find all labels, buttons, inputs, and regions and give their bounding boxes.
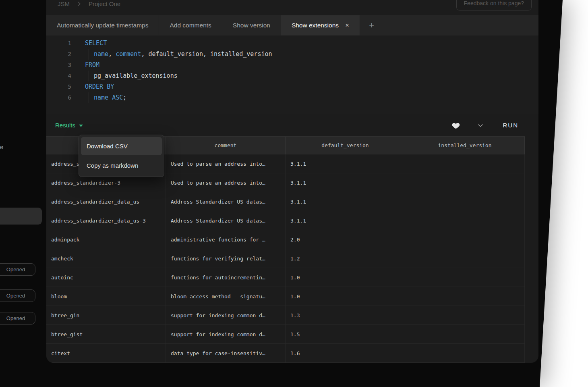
line-number: 4	[46, 71, 75, 81]
table-cell[interactable]	[405, 325, 525, 343]
table-cell[interactable]: 1.3	[286, 306, 405, 325]
sql-editor-lines: 1SELECT2name, comment, default_version, …	[46, 38, 538, 103]
table-cell[interactable]: btree_gist	[46, 325, 166, 343]
menu-item-download-csv[interactable]: Download CSV	[81, 137, 162, 155]
table-cell[interactable]	[405, 306, 525, 325]
tab-automatically-update-timestamps[interactable]: Automatically update timestamps	[46, 15, 159, 35]
menu-item-copy-as-markdown[interactable]: Copy as markdown	[81, 156, 162, 175]
line-number: 1	[46, 38, 75, 49]
breadcrumb-project[interactable]: Project One	[89, 0, 120, 7]
run-button[interactable]: RUN	[501, 121, 521, 129]
table-cell[interactable]: data type for case-insensitiv…	[166, 344, 286, 362]
table-row: autoincfunctions for autoincrementin…1.0	[46, 268, 525, 287]
table-body: address_standardizerUsed to parse an add…	[46, 154, 525, 363]
column-header-comment[interactable]: comment	[166, 137, 286, 154]
stage: e OpenedOpenedOpened JSM Project One Fee…	[0, 0, 588, 387]
table-row: citextdata type for case-insensitiv…1.6	[46, 344, 525, 363]
table-cell[interactable]: address_standardizer_data_us-3	[46, 211, 166, 230]
table-cell[interactable]: support for indexing common d…	[166, 306, 286, 325]
sql-editor[interactable]: 1SELECT2name, comment, default_version, …	[46, 35, 538, 114]
sidebar: e OpenedOpenedOpened	[0, 0, 44, 387]
table-cell[interactable]: address_standardizer_data_us	[46, 192, 166, 211]
table-cell[interactable]: 1.2	[286, 249, 405, 268]
code-line[interactable]: 3FROM	[46, 60, 538, 71]
table-cell[interactable]: 1.0	[286, 287, 405, 306]
table-cell[interactable]: adminpack	[46, 230, 166, 249]
opened-badge[interactable]: Opened	[0, 289, 35, 302]
table-cell[interactable]: Used to parse an address into…	[166, 154, 286, 173]
table-cell[interactable]: Address Standardizer US datas…	[166, 192, 286, 211]
results-dropdown[interactable]: Results	[55, 122, 83, 129]
tab-show-extensions[interactable]: Show extensions✕	[281, 15, 360, 35]
favorite-button[interactable]	[451, 121, 460, 129]
table-cell[interactable]	[405, 230, 525, 249]
table-row: address_standardizer_data_us-3Address St…	[46, 211, 525, 230]
table-cell[interactable]	[405, 154, 525, 173]
code-line[interactable]: 4pg_available_extensions	[46, 71, 538, 81]
code-line[interactable]: 2name, comment, default_version, install…	[46, 49, 538, 60]
tab-show-version[interactable]: Show version	[222, 15, 281, 35]
table-cell[interactable]	[405, 173, 525, 192]
table-row: amcheckfunctions for verifying relat…1.2	[46, 249, 525, 268]
table-cell[interactable]: 1.5	[286, 325, 405, 343]
line-number: 2	[46, 49, 75, 60]
table-cell[interactable]	[405, 268, 525, 287]
tab-label: Automatically update timestamps	[57, 22, 148, 29]
tab-list: Automatically update timestampsAdd comme…	[46, 15, 360, 35]
table-cell[interactable]: 1.6	[286, 344, 405, 362]
table-cell[interactable]: citext	[46, 344, 166, 362]
plus-icon: +	[369, 20, 374, 31]
breadcrumb-org[interactable]: JSM	[58, 0, 70, 7]
caret-down-icon	[79, 125, 83, 127]
table-cell[interactable]: Used to parse an address into…	[166, 173, 286, 192]
results-bar-actions: RUN	[451, 121, 521, 129]
new-tab-button[interactable]: +	[360, 15, 383, 35]
line-number: 3	[46, 60, 75, 71]
table-cell[interactable]: 1.0	[286, 268, 405, 287]
code-text: ORDER BY	[85, 81, 114, 92]
table-cell[interactable]	[405, 211, 525, 230]
table-cell[interactable]: support for indexing common d…	[166, 325, 286, 343]
close-tab-icon[interactable]: ✕	[345, 23, 349, 28]
table-row: bloombloom access method - signatu…1.0	[46, 287, 525, 306]
table-cell[interactable]: amcheck	[46, 249, 166, 268]
table-cell[interactable]	[405, 287, 525, 306]
code-text: SELECT	[85, 38, 107, 49]
opened-badge[interactable]: Opened	[0, 312, 35, 325]
table-row: btree_gistsupport for indexing common d……	[46, 325, 525, 344]
line-number: 5	[46, 81, 75, 92]
table-cell[interactable]	[405, 249, 525, 268]
collapse-results-button[interactable]	[477, 122, 484, 129]
window-header: JSM Project One Feedback on this page?	[46, 0, 538, 15]
table-cell[interactable]: autoinc	[46, 268, 166, 287]
table-cell[interactable]: bloom	[46, 287, 166, 306]
results-context-menu: Download CSVCopy as markdown	[79, 135, 164, 177]
column-header-default-version[interactable]: default_version	[286, 137, 405, 154]
table-cell[interactable]: functions for verifying relat…	[166, 249, 286, 268]
table-cell[interactable]: 3.1.1	[286, 192, 405, 211]
table-cell[interactable]	[405, 192, 525, 211]
table-cell[interactable]	[405, 344, 525, 362]
table-row: adminpackadministrative functions for …2…	[46, 230, 525, 249]
feedback-button[interactable]: Feedback on this page?	[456, 0, 532, 10]
table-cell[interactable]: administrative functions for …	[166, 230, 286, 249]
breadcrumb: JSM Project One	[46, 0, 120, 7]
code-line[interactable]: 6name ASC;	[46, 92, 538, 103]
table-cell[interactable]: 3.1.1	[286, 173, 405, 192]
tab-add-comments[interactable]: Add comments	[159, 15, 222, 35]
opened-badge[interactable]: Opened	[0, 263, 35, 276]
column-header-installed-version[interactable]: installed_version	[405, 137, 525, 154]
table-cell[interactable]: 2.0	[286, 230, 405, 249]
code-line[interactable]: 5ORDER BY	[46, 81, 538, 92]
table-cell[interactable]: 3.1.1	[286, 211, 405, 230]
table-cell[interactable]: Address Standardizer US datas…	[166, 211, 286, 230]
tab-bar: Automatically update timestampsAdd comme…	[46, 15, 538, 35]
table-cell[interactable]: bloom access method - signatu…	[166, 287, 286, 306]
table-cell[interactable]: functions for autoincrementin…	[166, 268, 286, 287]
table-cell[interactable]: btree_gin	[46, 306, 166, 325]
chevron-down-icon	[477, 122, 484, 129]
code-line[interactable]: 1SELECT	[46, 38, 538, 49]
table-cell[interactable]: 3.1.1	[286, 154, 405, 173]
tab-label: Show extensions	[292, 22, 339, 29]
code-text: name ASC;	[85, 92, 126, 103]
